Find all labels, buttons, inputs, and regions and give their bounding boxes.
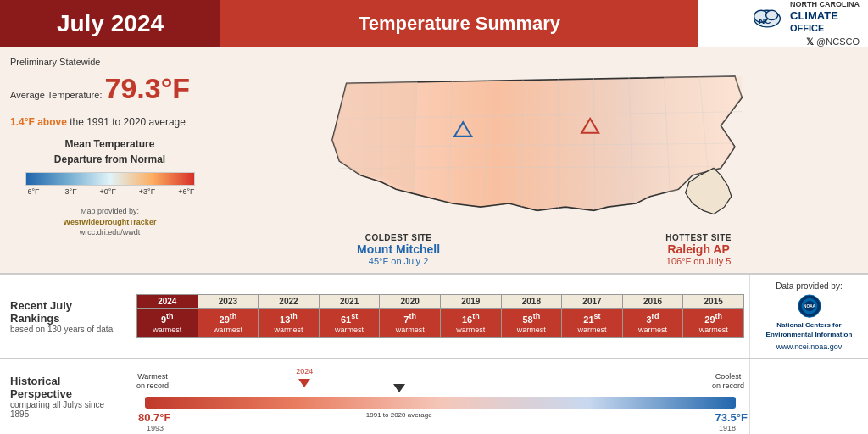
rank-2015: 29thwarmest xyxy=(683,308,744,338)
nc-org-text: NORTH CAROLINA CLIMATE OFFICE xyxy=(790,0,860,34)
warmest-temp: 80.7°F xyxy=(138,411,170,424)
header: July 2024 Temperature Summary NC NORTH C… xyxy=(0,0,868,47)
site-labels: COLDEST SITE Mount Mitchell 45°F on July… xyxy=(227,230,861,270)
label-zero: +0°F xyxy=(100,187,116,196)
coldest-label: COLDEST SITE xyxy=(357,233,440,242)
ncei-text: National Centers for Environmental Infor… xyxy=(757,321,861,339)
noaa-url: www.ncei.noaa.gov xyxy=(776,342,843,351)
rank-row: 9thwarmest 29thwarmest 13thwarmest 61stw… xyxy=(137,308,744,338)
rankings-left: Recent July Rankings based on 130 years … xyxy=(0,275,131,358)
coldest-temp: 45°F on July 2 xyxy=(357,256,440,266)
warmest-on-record-label: Warmest on record xyxy=(136,372,169,391)
year-2021: 2021 xyxy=(319,294,380,308)
label-neg6: -6°F xyxy=(25,187,40,196)
hist-gradient-bar xyxy=(145,397,736,409)
noaa-logo-icon: NOAA xyxy=(788,294,831,318)
svg-text:NOAA: NOAA xyxy=(804,304,815,309)
historical-title: Historical Perspective xyxy=(10,375,120,400)
rank-2022: 13thwarmest xyxy=(259,308,320,338)
historical-chart-area: Warmest on record 2024 1991 to 2020 aver… xyxy=(131,359,749,434)
year-2018: 2018 xyxy=(501,294,562,308)
historical-left: Historical Perspective comparing all Jul… xyxy=(0,359,131,434)
year-2022: 2022 xyxy=(259,294,320,308)
coldest-site: COLDEST SITE Mount Mitchell 45°F on July… xyxy=(357,233,440,266)
year-2019: 2019 xyxy=(440,294,501,308)
coolest-on-record-label: Coolest on record xyxy=(712,372,744,391)
temp-anomaly: 1.4°F above the 1991 to 2020 average xyxy=(10,116,209,128)
nc-cloud-icon: NC xyxy=(749,1,785,33)
x-icon: 𝕏 xyxy=(806,36,816,47)
year-2017: 2017 xyxy=(562,294,623,308)
rankings-sub: based on 130 years of data xyxy=(10,325,120,334)
color-bar-labels: -6°F -3°F +0°F +3°F +6°F xyxy=(25,187,195,196)
nc-org-name: NORTH CAROLINA xyxy=(790,0,860,9)
svg-text:NC: NC xyxy=(759,16,771,25)
label-pos3: +3°F xyxy=(139,187,155,196)
avg-marker xyxy=(393,384,405,392)
rank-2020: 7thwarmest xyxy=(380,308,441,338)
nc-office: OFFICE xyxy=(790,23,860,34)
year-row: 2024 2023 2022 2021 2020 2019 2018 2017 … xyxy=(137,294,744,308)
temp-label: Preliminary Statewide Average Temperatur… xyxy=(10,56,209,109)
hist-bar-container: Warmest on record 2024 1991 to 2020 aver… xyxy=(145,387,736,418)
coolest-year: 1918 xyxy=(719,424,736,432)
legend-title: Mean Temperature xyxy=(10,138,209,150)
page-title: July 2024 xyxy=(57,10,164,37)
rank-2019: 16thwarmest xyxy=(440,308,501,338)
rank-2024: 9thwarmest xyxy=(137,308,198,338)
nc-map-svg xyxy=(227,55,861,225)
nc-climate: CLIMATE xyxy=(790,9,860,23)
year-2024: 2024 xyxy=(137,294,198,308)
main-container: July 2024 Temperature Summary NC NORTH C… xyxy=(0,0,868,434)
twitter-handle: 𝕏 @NCSCO xyxy=(806,36,860,47)
year-2023: 2023 xyxy=(198,294,259,308)
nc-climate-office-logo: NC NORTH CAROLINA CLIMATE OFFICE xyxy=(749,0,860,34)
color-bar xyxy=(25,172,195,186)
hottest-site: HOTTEST SITE Raleigh AP 106°F on July 5 xyxy=(665,233,732,266)
legend-section: Mean Temperature Departure from Normal xyxy=(10,135,209,165)
map-area xyxy=(227,54,861,225)
year-2016: 2016 xyxy=(622,294,683,308)
right-panel: COLDEST SITE Mount Mitchell 45°F on July… xyxy=(220,47,868,273)
drought-tracker-link: WestWideDroughtTracker xyxy=(64,218,157,226)
label-pos6: +6°F xyxy=(178,187,194,196)
hottest-temp: 106°F on July 5 xyxy=(665,256,732,266)
year-2020: 2020 xyxy=(380,294,441,308)
map-credit: Map provided by: WestWideDroughtTracker … xyxy=(10,206,209,238)
bottom-area: Recent July Rankings based on 130 years … xyxy=(0,273,868,434)
legend-title2: Departure from Normal xyxy=(10,153,209,165)
data-provider-section: Data provided by: NOAA National Centers … xyxy=(749,275,868,358)
content-area: Preliminary Statewide Average Temperatur… xyxy=(0,47,868,273)
rankings-section: Recent July Rankings based on 130 years … xyxy=(0,273,868,358)
warmest-year: 1993 xyxy=(147,424,164,432)
rank-2018: 58thwarmest xyxy=(501,308,562,338)
rank-2017: 21stwarmest xyxy=(562,308,623,338)
avg-label: 1991 to 2020 average xyxy=(366,411,432,419)
historical-section: Historical Perspective comparing all Jul… xyxy=(0,358,868,434)
rank-2021: 61stwarmest xyxy=(319,308,380,338)
color-bar-container: -6°F -3°F +0°F +3°F +6°F xyxy=(10,172,209,196)
historical-sub: comparing all Julys since 1895 xyxy=(10,400,120,419)
label-neg3: -3°F xyxy=(63,187,77,196)
coolest-temp: 73.5°F xyxy=(715,411,748,424)
coldest-name: Mount Mitchell xyxy=(357,242,440,256)
rank-2016: 3rdwarmest xyxy=(622,308,683,338)
rank-2023: 29thwarmest xyxy=(198,308,259,338)
header-title-box: July 2024 xyxy=(0,0,220,47)
avg-temp-value: 79.3°F xyxy=(105,72,191,104)
header-subtitle-box: Temperature Summary xyxy=(220,0,698,47)
rankings-table: 2024 2023 2022 2021 2020 2019 2018 2017 … xyxy=(136,294,744,339)
current-year-marker xyxy=(298,379,310,387)
historical-right-spacer xyxy=(749,359,868,434)
hottest-label: HOTTEST SITE xyxy=(665,233,732,242)
left-panel: Preliminary Statewide Average Temperatur… xyxy=(0,47,220,273)
year-2015: 2015 xyxy=(683,294,744,308)
data-provider-label: Data provided by: xyxy=(776,281,842,291)
rankings-title: Recent July Rankings xyxy=(10,299,120,325)
current-year-label: 2024 xyxy=(296,367,313,376)
header-logo-box: NC NORTH CAROLINA CLIMATE OFFICE 𝕏 @NCSC… xyxy=(698,0,868,47)
page-subtitle: Temperature Summary xyxy=(359,13,560,35)
rankings-table-container: 2024 2023 2022 2021 2020 2019 2018 2017 … xyxy=(131,275,749,358)
hottest-name: Raleigh AP xyxy=(665,242,732,256)
